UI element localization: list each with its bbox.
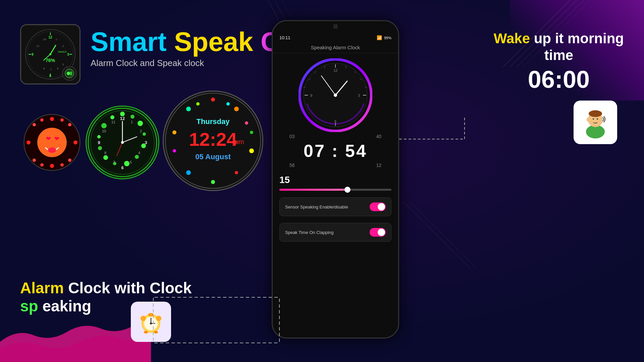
svg-point-141 bbox=[156, 316, 161, 321]
svg-point-41 bbox=[33, 159, 36, 162]
svg-text:pm: pm bbox=[235, 138, 244, 145]
wake-time: 06:00 bbox=[494, 66, 624, 93]
svg-point-126 bbox=[593, 118, 594, 120]
svg-point-36 bbox=[50, 164, 54, 168]
svg-point-46 bbox=[60, 163, 64, 167]
svg-point-56 bbox=[143, 132, 146, 136]
svg-point-58 bbox=[135, 155, 139, 159]
toggle1-label: Sensor Speaking Enable/disable bbox=[285, 204, 348, 209]
green-clock: 12 3 6 9 11 10 1 2 4 5 7 8 bbox=[86, 106, 159, 179]
svg-point-142 bbox=[150, 322, 152, 324]
phone-status-bar: 10:11 📶 99% bbox=[273, 31, 398, 42]
svg-text:12: 12 bbox=[48, 36, 52, 39]
wifi-icon: 📶 bbox=[377, 35, 382, 40]
svg-text:Wed13: Wed13 bbox=[58, 50, 67, 53]
svg-point-94 bbox=[226, 102, 230, 106]
title-speak: Speak bbox=[174, 27, 253, 57]
svg-text:6: 6 bbox=[57, 67, 59, 70]
svg-text:3: 3 bbox=[145, 140, 147, 145]
svg-point-88 bbox=[211, 180, 215, 184]
svg-point-61 bbox=[103, 155, 108, 160]
svg-point-85 bbox=[250, 131, 253, 134]
svg-point-64 bbox=[101, 123, 107, 128]
svg-text:8: 8 bbox=[43, 67, 45, 70]
svg-point-40 bbox=[68, 123, 71, 126]
battery-percent: 99% bbox=[384, 36, 391, 40]
svg-point-53 bbox=[120, 112, 125, 116]
phone-analog-clock: 12 3 6 9 bbox=[273, 53, 398, 134]
svg-text:11: 11 bbox=[36, 45, 39, 48]
slider-section: 15 bbox=[273, 168, 398, 194]
toggle-sensor-speaking[interactable]: Sensor Speaking Enable/disable bbox=[279, 197, 391, 216]
svg-text:12:24: 12:24 bbox=[189, 129, 237, 150]
svg-text:6: 6 bbox=[49, 74, 51, 78]
svg-point-140 bbox=[141, 316, 146, 321]
wake-word: Wake bbox=[494, 31, 530, 46]
svg-text:9: 9 bbox=[32, 53, 34, 56]
svg-point-93 bbox=[196, 102, 200, 106]
svg-text:Thursday: Thursday bbox=[196, 117, 230, 126]
svg-text:12: 12 bbox=[333, 68, 337, 72]
svg-text:76%: 76% bbox=[45, 58, 55, 63]
svg-point-38 bbox=[73, 140, 77, 144]
slider-fill bbox=[279, 189, 346, 191]
svg-point-89 bbox=[186, 170, 191, 175]
svg-point-54 bbox=[130, 115, 135, 119]
svg-point-124 bbox=[589, 110, 602, 117]
svg-text:5: 5 bbox=[62, 63, 64, 66]
svg-point-27 bbox=[49, 53, 51, 55]
svg-text:11: 11 bbox=[111, 120, 115, 124]
svg-text:9: 9 bbox=[98, 140, 100, 145]
colorful-clock: Thursday 12:24 pm 05 August bbox=[163, 90, 263, 191]
alarm-rest: Clock bbox=[68, 279, 110, 297]
connector-lines bbox=[399, 117, 483, 161]
slider-value: 15 bbox=[279, 175, 391, 185]
col1-bot: 56 bbox=[289, 163, 295, 168]
svg-point-127 bbox=[597, 118, 598, 120]
speak-badge bbox=[62, 66, 77, 81]
toggle2-switch[interactable] bbox=[370, 228, 386, 237]
svg-text:❤: ❤ bbox=[46, 135, 51, 142]
toggle1-switch[interactable] bbox=[370, 202, 386, 211]
svg-text:8: 8 bbox=[104, 151, 106, 155]
svg-point-139 bbox=[154, 331, 158, 334]
svg-point-33 bbox=[67, 72, 70, 75]
svg-text:9: 9 bbox=[310, 94, 312, 98]
speaking-sp: sp bbox=[20, 297, 38, 315]
svg-point-59 bbox=[124, 161, 129, 166]
svg-text:10: 10 bbox=[102, 129, 106, 133]
toggle-speak-clapping[interactable]: Speak Time On Clapping bbox=[279, 223, 391, 242]
svg-text:05 August: 05 August bbox=[195, 153, 231, 161]
bottom-text: Alarm Clock with Clock sp eaking bbox=[20, 279, 192, 315]
svg-point-63 bbox=[97, 135, 101, 138]
toggle2-knob bbox=[378, 229, 385, 236]
svg-point-43 bbox=[40, 118, 44, 122]
svg-point-65 bbox=[110, 115, 114, 119]
svg-text:6: 6 bbox=[121, 165, 123, 170]
svg-point-42 bbox=[68, 159, 71, 162]
svg-point-35 bbox=[50, 117, 54, 121]
svg-point-138 bbox=[144, 331, 148, 334]
svg-point-90 bbox=[173, 149, 176, 153]
svg-point-121 bbox=[334, 94, 337, 97]
slider-thumb bbox=[344, 187, 351, 193]
svg-text:1: 1 bbox=[131, 120, 133, 124]
col2-top: 40 bbox=[376, 134, 381, 139]
svg-point-44 bbox=[60, 118, 64, 122]
col2-bot: 12 bbox=[376, 163, 381, 168]
svg-text:6: 6 bbox=[334, 119, 336, 123]
wake-up-section: Wake up it morning time 06:00 bbox=[494, 30, 624, 93]
svg-text:10: 10 bbox=[43, 38, 46, 41]
svg-point-39 bbox=[33, 123, 36, 126]
col1-top: 03 bbox=[289, 134, 295, 139]
toggle2-label: Speak Time On Clapping bbox=[285, 230, 334, 235]
svg-text:4: 4 bbox=[138, 151, 140, 155]
svg-text:3: 3 bbox=[67, 53, 69, 56]
svg-point-87 bbox=[235, 171, 238, 174]
slider-track[interactable] bbox=[279, 189, 391, 191]
svg-point-45 bbox=[40, 163, 44, 167]
svg-point-91 bbox=[172, 130, 176, 134]
wake-rest: up it morning bbox=[534, 31, 624, 46]
svg-text:2: 2 bbox=[140, 129, 142, 133]
svg-point-81 bbox=[121, 141, 124, 144]
